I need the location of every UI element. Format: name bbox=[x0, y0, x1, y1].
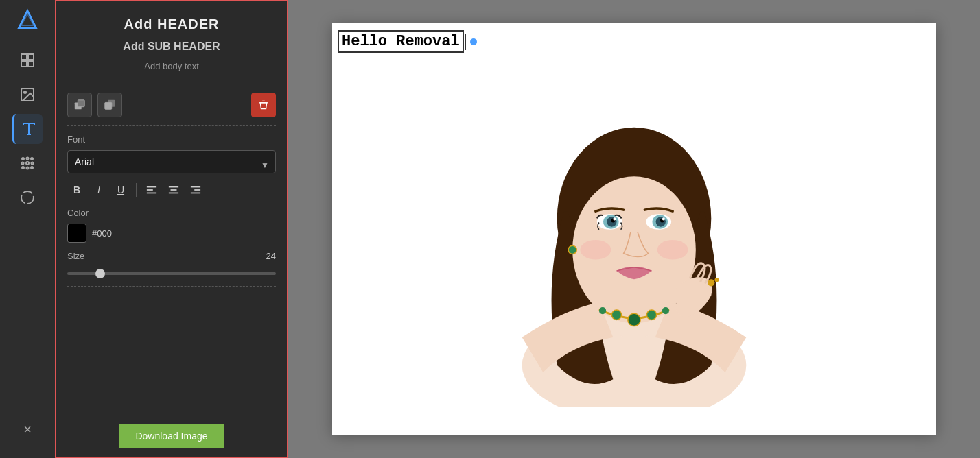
canvas-area: Hello Removal bbox=[288, 0, 980, 458]
add-body-option[interactable]: Add body text bbox=[67, 57, 276, 75]
svg-point-6 bbox=[26, 162, 29, 165]
sidebar-item-adjust[interactable] bbox=[12, 182, 43, 213]
divider-1 bbox=[67, 84, 276, 84]
svg-rect-26 bbox=[191, 186, 200, 188]
svg-point-50 bbox=[599, 307, 606, 314]
svg-point-51 bbox=[662, 307, 669, 314]
svg-point-15 bbox=[21, 191, 34, 204]
italic-button[interactable]: I bbox=[89, 180, 108, 200]
add-header-option[interactable]: Add HEADER bbox=[67, 12, 276, 36]
format-separator bbox=[136, 183, 137, 197]
size-label: Size bbox=[67, 251, 84, 261]
download-button[interactable]: Download Image bbox=[119, 424, 224, 448]
bring-forward-button[interactable] bbox=[67, 93, 92, 117]
delete-button[interactable] bbox=[251, 93, 276, 117]
svg-rect-19 bbox=[105, 102, 112, 109]
layer-controls bbox=[67, 93, 276, 117]
color-section-label: Color bbox=[67, 208, 276, 218]
size-row: Size 24 bbox=[67, 251, 276, 261]
canvas-wrapper: Hello Removal bbox=[332, 23, 936, 435]
color-swatch[interactable] bbox=[67, 224, 86, 243]
svg-rect-2 bbox=[21, 61, 27, 67]
add-subheader-option[interactable]: Add SUB HEADER bbox=[67, 36, 276, 57]
send-backward-button[interactable] bbox=[97, 93, 122, 117]
canvas-text-element[interactable]: Hello Removal bbox=[338, 30, 477, 53]
svg-point-43 bbox=[613, 217, 616, 220]
font-label: Font bbox=[67, 134, 276, 145]
svg-point-46 bbox=[657, 240, 688, 260]
sidebar-item-text[interactable] bbox=[12, 114, 43, 144]
underline-button[interactable]: U bbox=[111, 180, 130, 200]
divider-2 bbox=[67, 125, 276, 126]
bold-button[interactable]: B bbox=[67, 180, 86, 200]
close-button[interactable]: × bbox=[12, 414, 43, 444]
svg-rect-22 bbox=[147, 193, 156, 194]
svg-rect-21 bbox=[147, 189, 153, 191]
size-slider[interactable] bbox=[67, 272, 276, 275]
svg-point-58 bbox=[714, 278, 719, 282]
svg-rect-3 bbox=[28, 61, 34, 67]
text-panel: Add HEADER Add SUB HEADER Add body text bbox=[55, 0, 288, 458]
format-buttons: B I U bbox=[67, 180, 276, 200]
color-hex-label: #000 bbox=[92, 228, 112, 239]
svg-point-11 bbox=[22, 158, 24, 160]
panel-footer: Download Image bbox=[56, 415, 287, 457]
svg-point-57 bbox=[708, 279, 714, 286]
text-resize-handle[interactable] bbox=[470, 38, 477, 45]
svg-point-14 bbox=[31, 167, 33, 169]
divider-3 bbox=[67, 286, 276, 287]
size-value: 24 bbox=[266, 251, 276, 261]
svg-rect-28 bbox=[191, 193, 200, 194]
svg-rect-1 bbox=[28, 54, 34, 60]
font-select-wrapper: Arial Helvetica Times New Roman Georgia … bbox=[67, 150, 276, 180]
panel-content: Add HEADER Add SUB HEADER Add body text bbox=[56, 1, 287, 415]
text-cursor bbox=[465, 34, 466, 50]
font-select[interactable]: Arial Helvetica Times New Roman Georgia … bbox=[67, 150, 276, 173]
svg-point-10 bbox=[32, 162, 34, 165]
sidebar-item-grid[interactable] bbox=[12, 148, 43, 178]
svg-rect-23 bbox=[169, 186, 178, 188]
woman-image bbox=[353, 51, 915, 428]
align-left-button[interactable] bbox=[142, 180, 161, 200]
svg-point-13 bbox=[22, 167, 24, 169]
svg-point-8 bbox=[27, 167, 29, 169]
align-right-button[interactable] bbox=[186, 180, 205, 200]
sidebar-item-layers[interactable] bbox=[12, 45, 43, 75]
svg-point-5 bbox=[24, 91, 26, 93]
align-center-button[interactable] bbox=[164, 180, 183, 200]
app-logo[interactable] bbox=[14, 7, 41, 34]
text-content[interactable]: Hello Removal bbox=[338, 30, 464, 53]
svg-rect-25 bbox=[169, 193, 178, 194]
color-row: #000 bbox=[67, 224, 276, 243]
svg-rect-20 bbox=[147, 186, 156, 188]
icon-sidebar: × bbox=[0, 0, 55, 458]
svg-point-9 bbox=[22, 162, 24, 165]
sidebar-item-image[interactable] bbox=[12, 80, 43, 110]
svg-rect-17 bbox=[78, 100, 84, 107]
svg-rect-27 bbox=[194, 189, 200, 191]
svg-point-12 bbox=[31, 158, 33, 160]
svg-point-44 bbox=[662, 217, 665, 220]
svg-rect-0 bbox=[21, 54, 27, 60]
svg-rect-24 bbox=[171, 189, 177, 191]
svg-point-7 bbox=[27, 158, 29, 160]
svg-point-45 bbox=[580, 240, 611, 260]
